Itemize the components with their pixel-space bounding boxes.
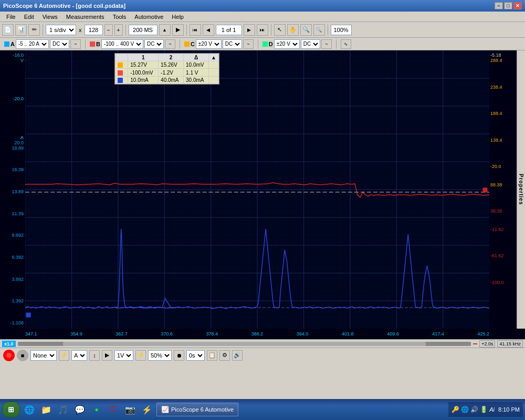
channel-a-invert[interactable]: ~ bbox=[70, 39, 81, 49]
maximize-button[interactable]: □ bbox=[504, 2, 512, 9]
ch-sep3 bbox=[258, 39, 258, 49]
app-icon2[interactable]: 🛡 bbox=[106, 402, 121, 417]
chat-icon[interactable]: 💬 bbox=[72, 402, 87, 417]
mul-minus-button[interactable]: − bbox=[104, 24, 113, 36]
bottom-toolbar: ■ None ⚡ A ↕ ▶ 1V ⚡ 50% ⏺ 0s 📋 ⚙ 🔊 bbox=[0, 348, 525, 362]
ie-icon[interactable]: 🌐 bbox=[22, 402, 37, 417]
folder-icon[interactable]: 📁 bbox=[39, 402, 54, 417]
channel-d-indicator bbox=[262, 41, 268, 47]
app-icon4[interactable]: ⚡ bbox=[140, 402, 154, 417]
channel-c-range[interactable]: ±20 V bbox=[196, 39, 222, 49]
app-icon3[interactable]: 📷 bbox=[123, 402, 138, 417]
ch-sep1 bbox=[85, 39, 86, 49]
menu-edit[interactable]: Edit bbox=[20, 13, 38, 21]
next-button[interactable]: ▶ bbox=[244, 24, 255, 36]
zoom-in-button[interactable]: 🔍 bbox=[300, 24, 312, 36]
scope-svg bbox=[25, 50, 489, 329]
tray-icon-ai: Ai bbox=[489, 406, 495, 413]
x-scrollbar-thumb[interactable] bbox=[63, 342, 426, 346]
stop-button[interactable]: ■ bbox=[17, 350, 28, 361]
bt-icon4[interactable]: ⚡ bbox=[135, 350, 146, 361]
channel-b-invert[interactable]: ~ bbox=[165, 39, 175, 49]
meas-header-2: 2 bbox=[159, 54, 184, 61]
menu-help[interactable]: Help bbox=[167, 13, 188, 21]
bt-icon3[interactable]: ▶ bbox=[102, 350, 112, 361]
channel-select-bt[interactable]: A bbox=[71, 350, 87, 361]
ch-math-button[interactable]: ∿ bbox=[341, 39, 351, 49]
menu-file[interactable]: File bbox=[2, 13, 20, 21]
picoscope-taskbar-app[interactable]: 📈 PicoScope 6 Automotive bbox=[156, 403, 238, 416]
prev-prev-button[interactable]: ⏮ bbox=[190, 24, 201, 36]
y-right-2884: 288.4 bbox=[489, 58, 517, 63]
close-button[interactable]: ✕ bbox=[513, 2, 522, 9]
mode-select[interactable]: None bbox=[30, 350, 57, 361]
x-label-10: 425.2 bbox=[477, 331, 489, 337]
hand-button[interactable]: ✋ bbox=[287, 24, 299, 36]
next-next-button[interactable]: ⏭ bbox=[257, 24, 268, 36]
scope-display[interactable]: 1 2 Δ ▲ 15.27V 15.26V 10.0mV -100.0mV -1… bbox=[25, 50, 489, 329]
meas-row-3: 10.0mA 40.0mA 30.0mA bbox=[116, 76, 219, 83]
tray-icon-m: 🔑 bbox=[452, 406, 459, 413]
channel-d-coupling[interactable]: DC bbox=[301, 39, 320, 49]
y-left-1139: 11.39 bbox=[0, 211, 25, 216]
position-input[interactable] bbox=[216, 25, 242, 35]
y-axis-right: -5.18 288.4 238.4 188.4 138.4 -20.0 88.3… bbox=[489, 50, 517, 329]
meas-expand[interactable]: ▲ bbox=[209, 54, 219, 61]
arrow-right-icon[interactable]: ▶ bbox=[172, 24, 184, 36]
bt-icon7[interactable]: ⚙ bbox=[219, 350, 230, 361]
record-button[interactable] bbox=[3, 350, 15, 361]
menu-tools[interactable]: Tools bbox=[109, 13, 131, 21]
meas-row3-col1: 10.0mA bbox=[128, 76, 159, 83]
new-button[interactable]: 📄 bbox=[2, 24, 14, 36]
chart-button[interactable]: 📊 bbox=[15, 24, 27, 36]
voltage-select[interactable]: 1V bbox=[114, 350, 133, 361]
time-select[interactable]: 0s bbox=[186, 350, 205, 361]
x-scrollbar-track[interactable] bbox=[18, 342, 471, 346]
oscilloscope-area: -16.0 V -20.0 A 20.0 18.89 16.39 13.89 1… bbox=[0, 50, 525, 329]
zoom-out-button[interactable]: 🔍 bbox=[313, 24, 325, 36]
x-label-4: 378.4 bbox=[206, 331, 218, 337]
channel-b-coupling[interactable]: DC bbox=[144, 39, 164, 49]
channel-d-invert[interactable]: ~ bbox=[321, 39, 332, 49]
channel-a-coupling[interactable]: DC bbox=[50, 39, 69, 49]
pen-button[interactable]: ✏ bbox=[28, 24, 40, 36]
percent-select[interactable]: 50% bbox=[148, 350, 172, 361]
menu-automotive[interactable]: Automotive bbox=[130, 13, 167, 21]
x-scrollbar[interactable]: x1.0 +2.0s 41.15 kHz bbox=[0, 339, 525, 348]
samples-icon[interactable]: ▲ bbox=[159, 24, 171, 36]
media-icon[interactable]: 🎵 bbox=[56, 402, 70, 417]
app-icon1[interactable]: ● bbox=[89, 402, 104, 417]
minimize-button[interactable]: − bbox=[495, 2, 503, 9]
samples-input[interactable] bbox=[129, 25, 158, 35]
bt-icon6[interactable]: 📋 bbox=[207, 350, 217, 361]
zoom-level-input[interactable] bbox=[331, 25, 352, 35]
y-right-1884: 188.4 bbox=[489, 111, 517, 116]
menu-measurements[interactable]: Measurements bbox=[62, 13, 109, 21]
channel-b-range[interactable]: -100 .. 400 V bbox=[101, 39, 143, 49]
bt-icon8[interactable]: 🔊 bbox=[232, 350, 243, 361]
channel-d-range[interactable]: ±20 V bbox=[274, 39, 300, 49]
menu-views[interactable]: Views bbox=[38, 13, 62, 21]
y-left-20: 20.0 bbox=[0, 140, 25, 145]
channel-c-invert[interactable]: ~ bbox=[243, 39, 254, 49]
channel-a-range[interactable]: -5 .. 20 A bbox=[16, 39, 49, 49]
mul-plus-button[interactable]: + bbox=[114, 24, 123, 36]
multiplier-input[interactable] bbox=[85, 25, 103, 35]
bt-icon2[interactable]: ↕ bbox=[89, 350, 100, 361]
meas-header-delta: Δ bbox=[184, 54, 209, 61]
channel-c-coupling[interactable]: DC bbox=[223, 39, 242, 49]
x-label-1: 354.9 bbox=[70, 331, 82, 337]
prev-button[interactable]: ◀ bbox=[203, 24, 214, 36]
properties-tab[interactable]: Properties bbox=[517, 50, 525, 329]
bt-icon1[interactable]: ⚡ bbox=[59, 350, 69, 361]
cursor-button[interactable]: ↖ bbox=[274, 24, 286, 36]
scale-x-badge: x1.0 bbox=[2, 341, 16, 347]
start-button[interactable]: ⊞ bbox=[2, 402, 20, 417]
timebase-select[interactable]: 1 s/div bbox=[46, 25, 76, 35]
y-right-3838: 38.38 bbox=[489, 208, 517, 214]
meas-ch1-color bbox=[118, 62, 123, 68]
channel-a-label: A bbox=[10, 41, 15, 47]
system-tray: 🔑 🌐 🔊 🔋 Ai 8:10 PM bbox=[448, 402, 523, 417]
bt-icon5[interactable]: ⏺ bbox=[174, 350, 184, 361]
channel-d-label: D bbox=[269, 41, 273, 47]
